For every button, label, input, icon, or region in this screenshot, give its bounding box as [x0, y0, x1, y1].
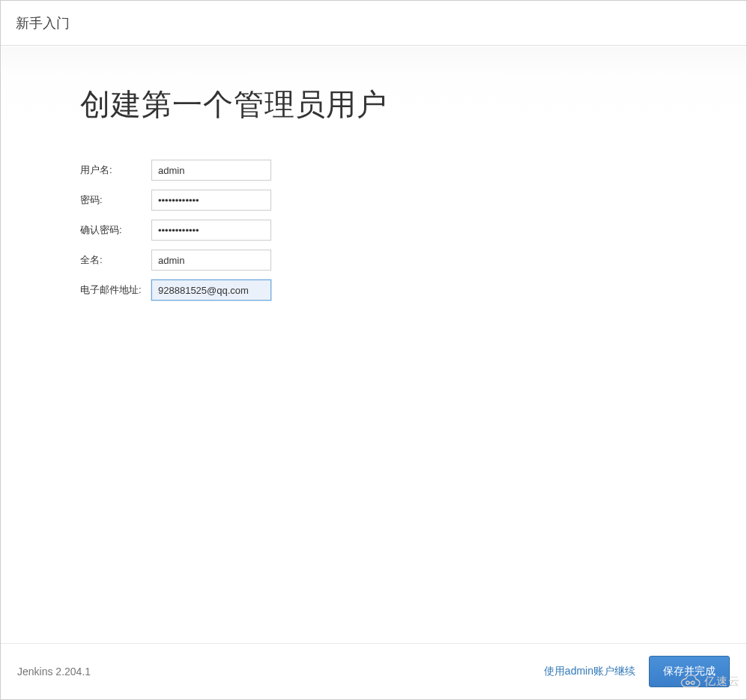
content-area: 创建第一个管理员用户 用户名: 密码: 确认密码: 全名: — [1, 46, 746, 643]
fullname-label: 全名: — [80, 245, 151, 275]
footer-actions: 使用admin账户继续 保存并完成 — [541, 656, 730, 687]
footer-bar: Jenkins 2.204.1 使用admin账户继续 保存并完成 — [1, 643, 746, 699]
username-input[interactable] — [151, 160, 271, 181]
password-input[interactable] — [151, 190, 271, 211]
confirm-password-input[interactable] — [151, 220, 271, 241]
header-bar: 新手入门 — [1, 1, 746, 46]
email-input[interactable] — [151, 280, 271, 301]
email-label: 电子邮件地址: — [80, 275, 151, 305]
confirm-password-label: 确认密码: — [80, 215, 151, 245]
fullname-input[interactable] — [151, 250, 271, 271]
version-label: Jenkins 2.204.1 — [17, 666, 541, 678]
admin-form: 用户名: 密码: 确认密码: 全名: 电子邮件地址: — [80, 155, 271, 305]
password-label: 密码: — [80, 185, 151, 215]
continue-as-admin-link[interactable]: 使用admin账户继续 — [541, 659, 638, 684]
username-label: 用户名: — [80, 155, 151, 185]
save-and-finish-button[interactable]: 保存并完成 — [649, 656, 730, 687]
page-heading: 创建第一个管理员用户 — [80, 84, 671, 125]
header-title: 新手入门 — [16, 14, 70, 32]
